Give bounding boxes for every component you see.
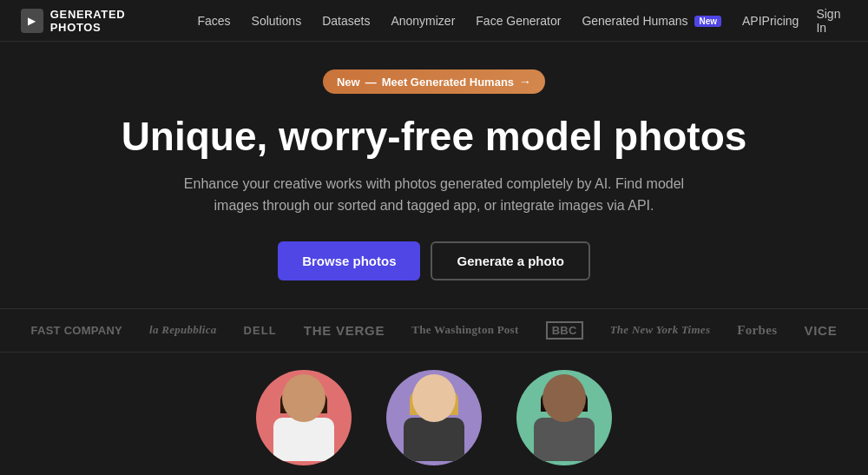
- logo-washington-post: The Washington Post: [411, 323, 518, 337]
- face-body-1: [273, 392, 334, 465]
- logo-icon: ▶: [21, 9, 43, 33]
- face-circle-2: [386, 370, 482, 465]
- face-gallery: [0, 353, 868, 465]
- banner-dash: —: [365, 76, 377, 89]
- new-banner[interactable]: New — Meet Generated Humans →: [323, 69, 545, 94]
- hero-title: Unique, worry-free model photos: [122, 115, 747, 159]
- logo-text: GENERATED PHOTOS: [50, 8, 170, 34]
- face-body-2: [404, 392, 464, 465]
- nav-pricing[interactable]: Pricing: [762, 14, 799, 28]
- generate-photo-button[interactable]: Generate a photo: [431, 241, 589, 280]
- person2-head: [412, 374, 456, 422]
- logo-dell: DELL: [244, 324, 277, 337]
- logo[interactable]: ▶ GENERATED PHOTOS: [21, 8, 169, 34]
- person3-head: [542, 374, 586, 422]
- new-badge: New: [694, 16, 721, 27]
- person2-torso: [404, 418, 464, 461]
- person1-head: [282, 374, 326, 422]
- nav-faces[interactable]: Faces: [197, 14, 230, 28]
- logo-bbc: BBC: [546, 321, 583, 340]
- hero-section: New — Meet Generated Humans → Unique, wo…: [0, 42, 868, 308]
- nav-generated-humans[interactable]: Generated Humans New: [582, 14, 721, 28]
- nav-links: Faces Solutions Datasets Anonymizer Face…: [197, 14, 761, 28]
- nav-api[interactable]: API: [742, 14, 762, 28]
- nav-face-generator[interactable]: Face Generator: [476, 14, 561, 28]
- logo-the-verge: THE VERGE: [304, 323, 385, 338]
- person1-torso: [273, 418, 334, 461]
- logo-new-york-times: The New York Times: [610, 323, 711, 337]
- face-silhouette-1: [256, 370, 352, 465]
- logo-fast-company: FAST COMPANY: [31, 324, 122, 337]
- face-silhouette-2: [386, 370, 482, 465]
- logo-la-repubblica: la Repubblica: [149, 323, 216, 337]
- nav-solutions[interactable]: Solutions: [252, 14, 302, 28]
- face-circle-3: [516, 370, 612, 465]
- nav-anonymizer[interactable]: Anonymizer: [391, 14, 455, 28]
- hero-subtitle: Enhance your creative works with photos …: [174, 173, 694, 217]
- face-circle-1: [256, 370, 352, 465]
- banner-new-tag: New: [337, 76, 360, 89]
- nav-right: Pricing Sign In: [762, 7, 847, 35]
- face-silhouette-3: [516, 370, 612, 465]
- person3-torso: [534, 418, 595, 461]
- banner-text: Meet Generated Humans: [382, 76, 514, 89]
- logo-forbes: Forbes: [737, 323, 777, 338]
- logo-vice: VICE: [804, 323, 837, 338]
- face-body-3: [534, 392, 595, 465]
- nav-datasets[interactable]: Datasets: [322, 14, 370, 28]
- navbar: ▶ GENERATED PHOTOS Faces Solutions Datas…: [0, 0, 868, 42]
- nav-signin[interactable]: Sign In: [816, 7, 847, 35]
- hero-buttons: Browse photos Generate a photo: [278, 241, 590, 280]
- logos-strip: FAST COMPANY la Repubblica DELL THE VERG…: [0, 308, 868, 353]
- banner-arrow: →: [519, 75, 531, 89]
- browse-photos-button[interactable]: Browse photos: [278, 241, 420, 280]
